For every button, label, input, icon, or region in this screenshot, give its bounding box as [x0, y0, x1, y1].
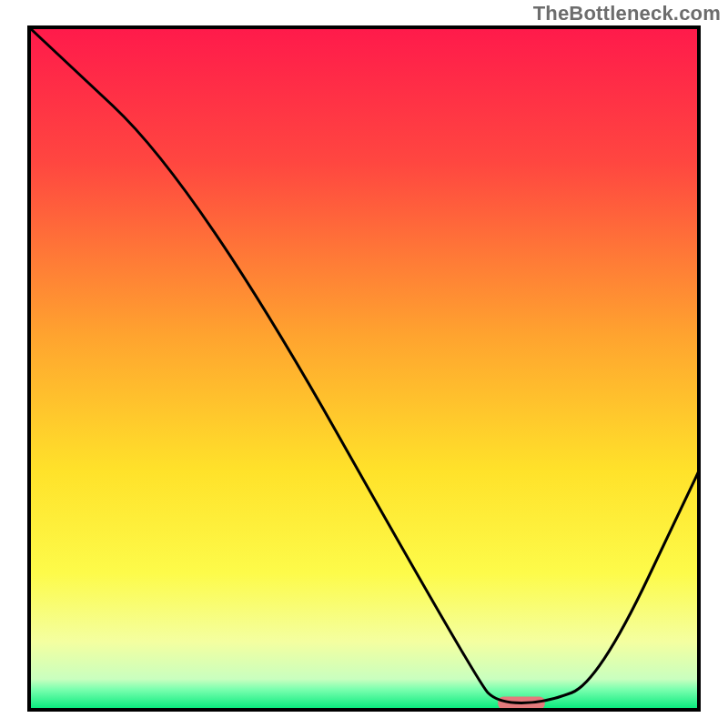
bottleneck-chart: [0, 0, 728, 728]
plot-area: [29, 27, 699, 710]
plot-background: [29, 27, 699, 710]
chart-container: TheBottleneck.com: [0, 0, 728, 728]
